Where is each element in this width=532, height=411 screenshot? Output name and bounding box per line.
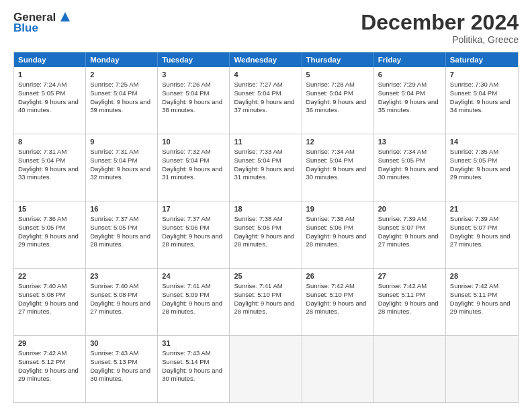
- day-number: 30: [90, 338, 153, 349]
- table-row: 11Sunrise: 7:33 AMSunset: 5:04 PMDayligh…: [230, 134, 302, 201]
- page: General Blue December 2024 Politika, Gre…: [0, 0, 532, 411]
- day-number: 31: [162, 338, 225, 349]
- sunset-text: Sunset: 5:06 PM: [306, 224, 353, 231]
- table-row: 19Sunrise: 7:38 AMSunset: 5:06 PMDayligh…: [302, 201, 374, 268]
- day-number: 22: [18, 271, 81, 281]
- sunrise-text: Sunrise: 7:36 AM: [18, 215, 66, 222]
- sunrise-text: Sunrise: 7:42 AM: [378, 282, 427, 289]
- table-row: 14Sunrise: 7:35 AMSunset: 5:05 PMDayligh…: [446, 134, 518, 201]
- sunrise-text: Sunrise: 7:27 AM: [234, 81, 282, 88]
- calendar-row-5: 29Sunrise: 7:42 AMSunset: 5:12 PMDayligh…: [14, 336, 518, 402]
- table-row: 16Sunrise: 7:37 AMSunset: 5:05 PMDayligh…: [86, 201, 158, 268]
- header-day-friday: Friday: [374, 52, 446, 67]
- sunrise-text: Sunrise: 7:34 AM: [378, 148, 427, 155]
- sunrise-text: Sunrise: 7:37 AM: [90, 215, 138, 222]
- day-number: 25: [234, 271, 297, 281]
- svg-marker-0: [60, 12, 70, 21]
- day-number: 10: [162, 137, 225, 147]
- daylight-text: Daylight: 9 hours and 30 minutes.: [162, 367, 222, 383]
- month-title: December 2024: [361, 11, 519, 34]
- table-row: 29Sunrise: 7:42 AMSunset: 5:12 PMDayligh…: [14, 336, 86, 402]
- day-number: 16: [90, 204, 153, 214]
- daylight-text: Daylight: 9 hours and 27 minutes.: [18, 300, 79, 316]
- table-row: 8Sunrise: 7:31 AMSunset: 5:04 PMDaylight…: [14, 134, 86, 201]
- day-number: 29: [18, 338, 81, 349]
- table-row: 25Sunrise: 7:41 AMSunset: 5:10 PMDayligh…: [230, 269, 302, 335]
- day-number: 14: [450, 137, 514, 147]
- sunset-text: Sunset: 5:04 PM: [234, 89, 281, 97]
- sunrise-text: Sunrise: 7:43 AM: [162, 349, 210, 357]
- sunrise-text: Sunrise: 7:42 AM: [450, 282, 498, 289]
- sunset-text: Sunset: 5:10 PM: [234, 291, 281, 298]
- sunset-text: Sunset: 5:08 PM: [90, 291, 137, 298]
- daylight-text: Daylight: 9 hours and 27 minutes.: [90, 300, 150, 316]
- sunset-text: Sunset: 5:09 PM: [162, 291, 209, 298]
- table-row: 6Sunrise: 7:29 AMSunset: 5:04 PMDaylight…: [374, 67, 446, 134]
- sunset-text: Sunset: 5:04 PM: [90, 89, 137, 97]
- table-row: 27Sunrise: 7:42 AMSunset: 5:11 PMDayligh…: [374, 269, 446, 335]
- day-number: 19: [306, 204, 369, 214]
- day-number: 24: [162, 271, 225, 281]
- header-day-thursday: Thursday: [302, 52, 374, 67]
- table-row: 24Sunrise: 7:41 AMSunset: 5:09 PMDayligh…: [158, 269, 230, 335]
- header-day-wednesday: Wednesday: [230, 52, 302, 67]
- sunrise-text: Sunrise: 7:34 AM: [306, 148, 355, 155]
- sunrise-text: Sunrise: 7:41 AM: [234, 282, 282, 289]
- sunset-text: Sunset: 5:05 PM: [90, 224, 137, 231]
- daylight-text: Daylight: 9 hours and 29 minutes.: [450, 165, 511, 181]
- sunset-text: Sunset: 5:13 PM: [90, 358, 137, 365]
- sunrise-text: Sunrise: 7:31 AM: [90, 148, 138, 155]
- sunset-text: Sunset: 5:11 PM: [450, 291, 497, 298]
- sunset-text: Sunset: 5:10 PM: [306, 291, 353, 298]
- table-row: 7Sunrise: 7:30 AMSunset: 5:04 PMDaylight…: [446, 67, 518, 134]
- sunrise-text: Sunrise: 7:31 AM: [18, 148, 66, 155]
- sunrise-text: Sunrise: 7:29 AM: [378, 81, 427, 88]
- daylight-text: Daylight: 9 hours and 35 minutes.: [378, 98, 439, 114]
- daylight-text: Daylight: 9 hours and 28 minutes.: [162, 300, 222, 316]
- daylight-text: Daylight: 9 hours and 30 minutes.: [306, 165, 367, 181]
- sunset-text: Sunset: 5:04 PM: [306, 156, 353, 164]
- sunset-text: Sunset: 5:04 PM: [18, 156, 65, 164]
- sunset-text: Sunset: 5:12 PM: [18, 358, 65, 365]
- sunset-text: Sunset: 5:11 PM: [378, 291, 425, 298]
- daylight-text: Daylight: 9 hours and 36 minutes.: [306, 98, 367, 114]
- sunset-text: Sunset: 5:08 PM: [18, 291, 65, 298]
- calendar-row-2: 8Sunrise: 7:31 AMSunset: 5:04 PMDaylight…: [14, 134, 518, 201]
- table-row: 20Sunrise: 7:39 AMSunset: 5:07 PMDayligh…: [374, 201, 446, 268]
- daylight-text: Daylight: 9 hours and 34 minutes.: [450, 98, 511, 114]
- daylight-text: Daylight: 9 hours and 28 minutes.: [90, 232, 150, 248]
- header-day-monday: Monday: [86, 52, 158, 67]
- sunrise-text: Sunrise: 7:24 AM: [18, 81, 66, 88]
- calendar-row-3: 15Sunrise: 7:36 AMSunset: 5:05 PMDayligh…: [14, 201, 518, 269]
- table-row: 9Sunrise: 7:31 AMSunset: 5:04 PMDaylight…: [86, 134, 158, 201]
- day-number: 28: [450, 271, 514, 281]
- header-day-sunday: Sunday: [14, 52, 86, 67]
- day-number: 2: [90, 70, 153, 80]
- title-area: December 2024 Politika, Greece: [361, 11, 519, 45]
- day-number: 20: [378, 204, 441, 214]
- table-row: 31Sunrise: 7:43 AMSunset: 5:14 PMDayligh…: [158, 336, 230, 402]
- day-number: 13: [378, 137, 441, 147]
- daylight-text: Daylight: 9 hours and 31 minutes.: [234, 165, 294, 181]
- sunrise-text: Sunrise: 7:30 AM: [450, 81, 498, 88]
- table-row: 23Sunrise: 7:40 AMSunset: 5:08 PMDayligh…: [86, 269, 158, 335]
- sunset-text: Sunset: 5:04 PM: [234, 156, 281, 164]
- sunset-text: Sunset: 5:05 PM: [378, 156, 425, 164]
- sunset-text: Sunset: 5:07 PM: [450, 224, 497, 231]
- sunset-text: Sunset: 5:04 PM: [306, 89, 353, 97]
- daylight-text: Daylight: 9 hours and 29 minutes.: [450, 300, 511, 316]
- sunrise-text: Sunrise: 7:38 AM: [234, 215, 282, 222]
- table-row: [302, 336, 374, 402]
- sunrise-text: Sunrise: 7:28 AM: [306, 81, 355, 88]
- daylight-text: Daylight: 9 hours and 28 minutes.: [234, 232, 294, 248]
- table-row: 22Sunrise: 7:40 AMSunset: 5:08 PMDayligh…: [14, 269, 86, 335]
- day-number: 15: [18, 204, 81, 214]
- table-row: 12Sunrise: 7:34 AMSunset: 5:04 PMDayligh…: [302, 134, 374, 201]
- day-number: 26: [306, 271, 369, 281]
- sunrise-text: Sunrise: 7:37 AM: [162, 215, 210, 222]
- daylight-text: Daylight: 9 hours and 27 minutes.: [378, 232, 439, 248]
- sunrise-text: Sunrise: 7:42 AM: [306, 282, 355, 289]
- table-row: 1Sunrise: 7:24 AMSunset: 5:05 PMDaylight…: [14, 67, 86, 134]
- table-row: 21Sunrise: 7:39 AMSunset: 5:07 PMDayligh…: [446, 201, 518, 268]
- table-row: [230, 336, 302, 402]
